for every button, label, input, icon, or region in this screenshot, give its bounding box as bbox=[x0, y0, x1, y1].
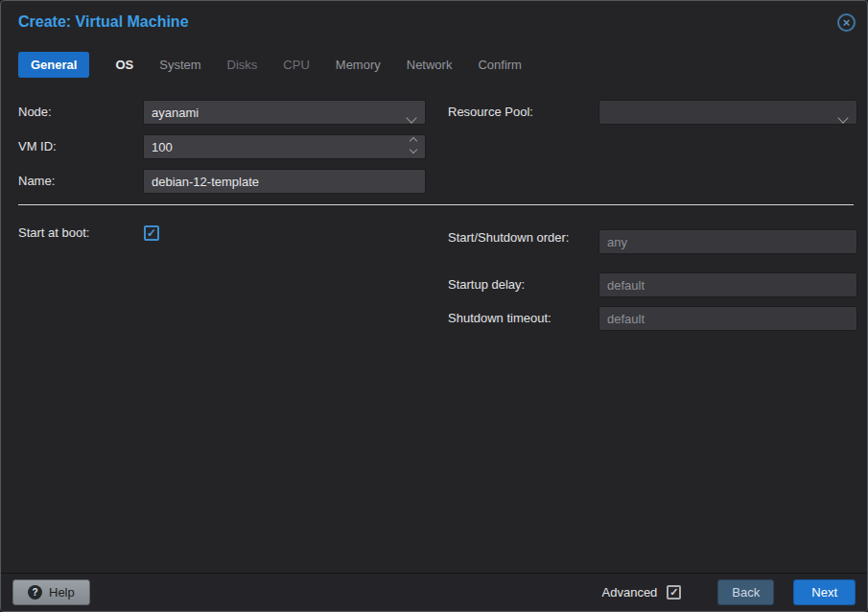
shutdown-timeout-field bbox=[598, 306, 857, 331]
name-label: Name: bbox=[18, 169, 55, 194]
spinner-down-icon[interactable] bbox=[410, 146, 417, 153]
vmid-label: VM ID: bbox=[18, 134, 57, 159]
name-field bbox=[143, 169, 426, 194]
tab-network: Network bbox=[407, 58, 453, 72]
tab-cpu: CPU bbox=[283, 58, 309, 72]
tab-disks: Disks bbox=[227, 58, 258, 72]
startup-order-input[interactable] bbox=[599, 230, 856, 253]
resource-pool-label: Resource Pool: bbox=[448, 100, 533, 125]
node-input[interactable] bbox=[144, 101, 425, 124]
back-button[interactable]: Back bbox=[717, 579, 774, 605]
startup-delay-field bbox=[598, 272, 857, 297]
tab-os[interactable]: OS bbox=[115, 58, 133, 72]
startup-delay-label: Startup delay: bbox=[448, 272, 525, 297]
chevron-down-icon[interactable] bbox=[408, 108, 415, 126]
tab-memory: Memory bbox=[336, 58, 381, 72]
footer-bar: ? Help Advanced ✓ Back Next bbox=[1, 573, 867, 611]
vmid-spinner bbox=[411, 138, 416, 153]
startup-delay-input[interactable] bbox=[599, 273, 856, 296]
tab-system: System bbox=[159, 58, 200, 72]
advanced-checkbox[interactable]: ✓ bbox=[667, 585, 681, 600]
next-button[interactable]: Next bbox=[793, 579, 856, 605]
section-divider bbox=[18, 204, 854, 205]
resource-pool-combobox bbox=[598, 100, 857, 125]
node-label: Node: bbox=[18, 100, 52, 125]
start-at-boot-checkbox[interactable]: ✓ bbox=[144, 225, 159, 241]
help-button-label: Help bbox=[49, 585, 75, 600]
start-at-boot-label: Start at boot: bbox=[18, 221, 89, 246]
footer-actions: Advanced ✓ Back Next bbox=[602, 579, 856, 605]
resource-pool-input[interactable] bbox=[599, 101, 856, 124]
vmid-input[interactable] bbox=[144, 135, 425, 158]
spinner-up-icon[interactable] bbox=[410, 137, 417, 145]
advanced-label: Advanced bbox=[602, 585, 658, 600]
vmid-spinnerfield bbox=[143, 134, 426, 159]
shutdown-timeout-input[interactable] bbox=[599, 307, 856, 330]
tab-confirm: Confirm bbox=[478, 58, 522, 72]
create-vm-dialog: Create: Virtual Machine × General OS Sys… bbox=[0, 0, 868, 612]
dialog-title: Create: Virtual Machine bbox=[18, 13, 189, 31]
shutdown-timeout-label: Shutdown timeout: bbox=[448, 306, 551, 331]
name-input[interactable] bbox=[144, 170, 425, 193]
close-icon[interactable]: × bbox=[837, 13, 856, 32]
node-combobox bbox=[143, 100, 426, 125]
tab-bar: General OS System Disks CPU Memory Netwo… bbox=[18, 51, 850, 78]
startup-order-field bbox=[598, 229, 857, 254]
help-icon: ? bbox=[28, 585, 42, 600]
tab-general[interactable]: General bbox=[18, 52, 89, 78]
startup-order-label: Start/Shutdown order: bbox=[448, 229, 587, 246]
chevron-down-icon[interactable] bbox=[839, 108, 847, 126]
help-button[interactable]: ? Help bbox=[12, 579, 90, 605]
